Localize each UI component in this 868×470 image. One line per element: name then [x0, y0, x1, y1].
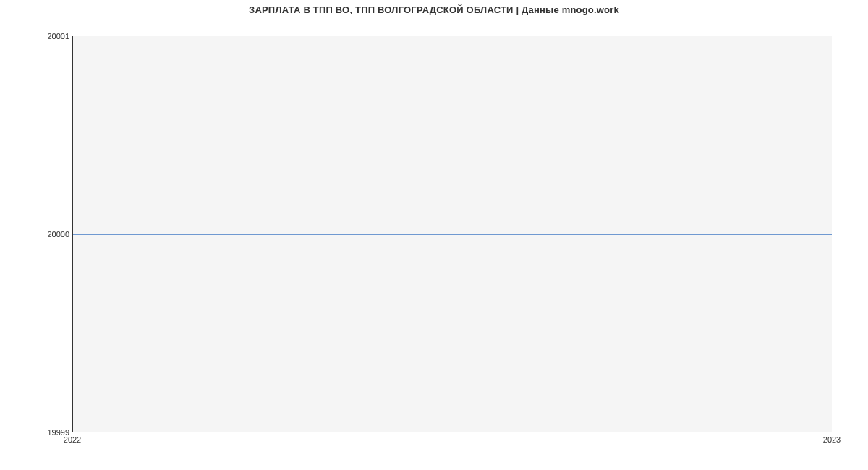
x-tick-label: 2023: [823, 435, 841, 444]
y-tick-label: 19999: [4, 428, 69, 437]
data-series-line: [73, 234, 832, 235]
y-tick-label: 20001: [4, 32, 69, 40]
chart-title: ЗАРПЛАТА В ТПП ВО, ТПП ВОЛГОГРАДСКОЙ ОБЛ…: [0, 4, 868, 15]
x-tick-label: 2022: [64, 435, 81, 444]
chart-container: ЗАРПЛАТА В ТПП ВО, ТПП ВОЛГОГРАДСКОЙ ОБЛ…: [0, 0, 868, 470]
y-tick-label: 20000: [4, 230, 69, 239]
plot-area: [72, 36, 832, 432]
